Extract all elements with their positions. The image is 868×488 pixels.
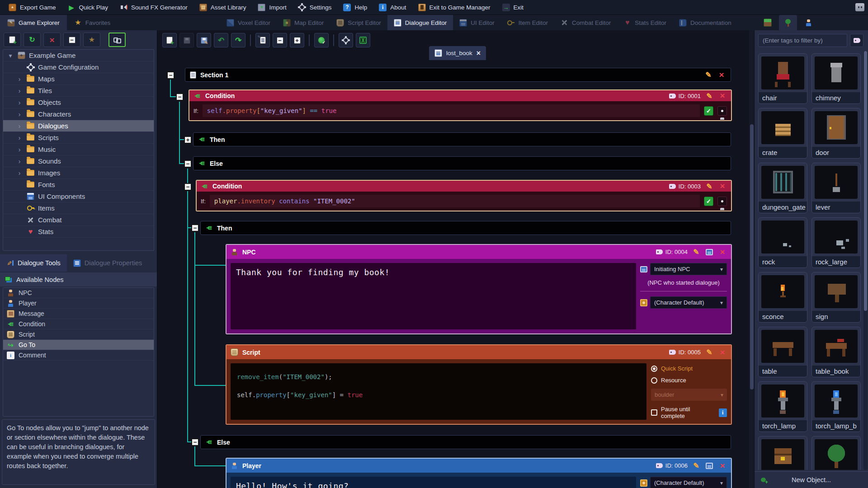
palette-tab-characters[interactable] xyxy=(799,15,817,30)
close-tab-icon[interactable]: × xyxy=(476,49,481,57)
node-type-comment[interactable]: Comment xyxy=(3,350,154,361)
insert-reference-icon[interactable] xyxy=(717,106,727,116)
tab-favorites[interactable]: Favorites xyxy=(67,15,118,30)
tag-filter-input[interactable] xyxy=(758,34,847,47)
tree-item-game-configuration[interactable]: Game Configuration xyxy=(3,61,154,73)
node-type-npc[interactable]: NPC xyxy=(3,288,154,298)
menu-sound-fx-generator[interactable]: Sound FX Generator xyxy=(114,0,193,14)
menu-quick-play[interactable]: Quick Play xyxy=(62,0,114,14)
tree-item-items[interactable]: Items xyxy=(3,202,154,214)
then-branch-1[interactable]: Then xyxy=(193,132,731,146)
tree-item-example-game[interactable]: ▾ Example Game xyxy=(3,50,154,61)
asset-dungeon-gate[interactable]: dungeon_gate xyxy=(758,163,807,213)
canvas-toolbar-collapse-all[interactable] xyxy=(273,33,287,47)
tree-item-characters[interactable]: › Characters xyxy=(3,108,154,120)
node-type-script[interactable]: Script xyxy=(3,329,154,340)
asset-lever[interactable]: lever xyxy=(811,163,861,213)
condition-node-0003[interactable]: Condition ID: 0003 If: player.inventory … xyxy=(196,180,732,211)
preview-icon[interactable] xyxy=(706,463,713,469)
expander-icon[interactable]: › xyxy=(16,75,23,83)
canvas-toolbar-fit-view[interactable] xyxy=(356,33,370,47)
condition-expression-field[interactable]: player.inventory contains "ITEM_0002" xyxy=(210,195,700,207)
edit-icon[interactable] xyxy=(692,461,701,470)
canvas-toolbar-localization[interactable] xyxy=(314,33,329,47)
asset-sign[interactable]: sign xyxy=(811,272,861,323)
npc-dialogue-text[interactable]: Thank you for finding my book! xyxy=(231,263,636,329)
tree-item-maps[interactable]: › Maps xyxy=(3,73,154,85)
explorer-toolbar-refresh[interactable] xyxy=(24,33,41,47)
menu-about[interactable]: About xyxy=(373,0,412,14)
explorer-toolbar-favorite[interactable] xyxy=(83,33,100,47)
pause-until-complete-checkbox[interactable]: Pause until complete xyxy=(651,406,727,419)
edit-icon[interactable] xyxy=(705,91,714,100)
tree-item-stats[interactable]: Stats xyxy=(3,226,154,238)
asset-treasure-ches[interactable]: treasure_ches xyxy=(758,436,807,470)
tree-item-images[interactable]: › Images xyxy=(3,167,154,179)
collapse-toggle-else2[interactable]: − xyxy=(191,438,199,446)
tab-dialogue-editor[interactable]: Dialogue Editor xyxy=(387,15,453,30)
tree-item-objects[interactable]: › Objects xyxy=(3,97,154,108)
valid-check-icon[interactable] xyxy=(704,106,713,116)
tab-dialogue-tools[interactable]: Dialogue Tools xyxy=(0,254,67,272)
delete-icon[interactable] xyxy=(718,182,727,191)
tree-item-dialogues[interactable]: › Dialogues xyxy=(3,120,154,132)
palette-tab-tiles[interactable] xyxy=(759,15,777,30)
tree-item-combat[interactable]: Combat xyxy=(3,214,154,226)
asset-door[interactable]: door xyxy=(811,108,861,159)
tree-item-music[interactable]: › Music xyxy=(3,144,154,155)
collapse-toggle-section[interactable]: − xyxy=(167,71,175,79)
menu-asset-library[interactable]: Asset Library xyxy=(193,0,252,14)
menu-exit-to-game-manager[interactable]: Exit to Game Manager xyxy=(412,0,496,14)
delete-icon[interactable] xyxy=(718,348,727,357)
tree-item-ui-components[interactable]: UI Components xyxy=(3,191,154,202)
player-dialogue-text[interactable]: Hello! How's it going? xyxy=(231,477,636,488)
canvas-toolbar-notes[interactable] xyxy=(255,33,270,47)
asset-crate[interactable]: crate xyxy=(758,108,807,159)
explorer-toolbar-duplicate[interactable] xyxy=(4,33,21,47)
canvas-toolbar-undo[interactable] xyxy=(214,33,228,47)
collapse-toggle-condition1[interactable]: − xyxy=(176,93,184,101)
scrollbar-thumb[interactable] xyxy=(750,124,754,389)
expander-icon[interactable]: ▾ xyxy=(7,52,14,59)
then-branch-2[interactable]: Then xyxy=(200,221,731,235)
tree-item-sounds[interactable]: › Sounds xyxy=(3,155,154,167)
node-type-player[interactable]: Player xyxy=(3,298,154,309)
asset-sconce[interactable]: sconce xyxy=(758,272,807,323)
expander-icon[interactable]: › xyxy=(16,169,23,177)
insert-reference-icon[interactable] xyxy=(717,197,727,206)
canvas-toolbar-new[interactable] xyxy=(162,33,177,47)
delete-icon[interactable] xyxy=(718,461,727,470)
tab-script-editor[interactable]: Script Editor xyxy=(330,15,387,30)
new-object-button[interactable]: New Object... xyxy=(755,471,868,488)
expander-icon[interactable]: › xyxy=(16,99,23,106)
tab-map-editor[interactable]: Map Editor xyxy=(277,15,330,30)
tree-item-scripts[interactable]: › Scripts xyxy=(3,132,154,144)
quick-script-radio[interactable]: Quick Script xyxy=(651,365,727,372)
section-node[interactable]: Section 1 xyxy=(185,68,731,82)
tag-filter-button[interactable] xyxy=(850,34,863,47)
info-icon[interactable] xyxy=(719,408,727,417)
asset-torch-lamp-b[interactable]: torch_lamp_b xyxy=(811,381,861,432)
menu-import[interactable]: Import xyxy=(252,0,292,14)
tree-item-fonts[interactable]: Fonts xyxy=(3,179,154,191)
else-branch-1[interactable]: Else xyxy=(193,156,731,170)
canvas-toolbar-expand-all[interactable] xyxy=(290,33,304,47)
player-node-0006[interactable]: Player ID: 0006 Hello! How's it going? (… xyxy=(226,458,732,488)
asset-chair[interactable]: chair xyxy=(758,53,807,104)
palette-tab-objects[interactable] xyxy=(779,15,797,30)
menu-exit[interactable]: Exit xyxy=(496,0,530,14)
condition-expression-field[interactable]: self.property["key_given"] == true xyxy=(203,104,700,117)
edit-icon[interactable] xyxy=(704,70,713,80)
tab-game-explorer[interactable]: Game Explorer xyxy=(0,15,67,30)
canvas-toolbar-sep-2[interactable] xyxy=(309,34,310,46)
expander-icon[interactable]: › xyxy=(16,111,23,118)
menu-help[interactable]: Help xyxy=(337,0,373,14)
asset-torch-lamp[interactable]: torch_lamp xyxy=(758,381,807,432)
expander-icon[interactable]: › xyxy=(16,134,23,141)
menu-export-game[interactable]: Export Game xyxy=(3,0,62,14)
script-node-0005[interactable]: Script ID: 0005 remove_item("ITEM_0002")… xyxy=(226,344,732,425)
canvas-toolbar-redo[interactable] xyxy=(231,33,245,47)
asset-table-book[interactable]: table_book xyxy=(811,327,861,377)
condition-node-0001[interactable]: Condition ID: 0001 If: self.property["ke… xyxy=(189,89,732,121)
delete-icon[interactable] xyxy=(717,70,726,80)
